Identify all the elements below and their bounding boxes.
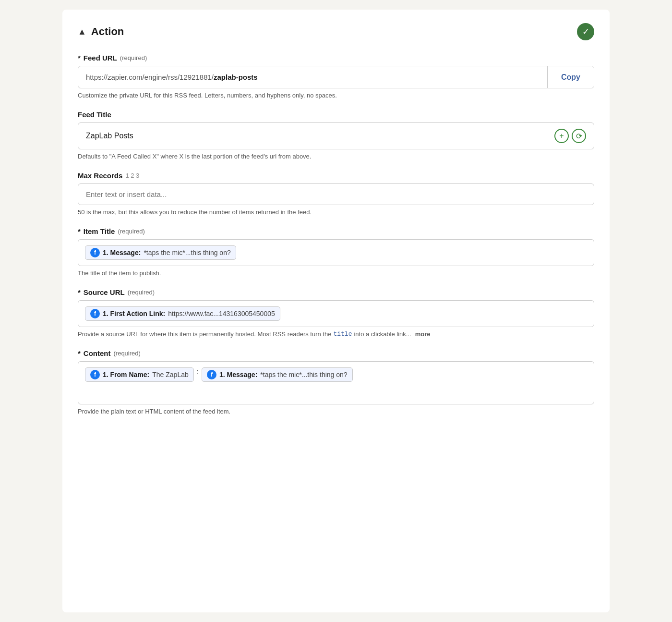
feed-title-label-text: Feed Title — [78, 110, 111, 119]
facebook-icon-3: f — [90, 370, 100, 379]
facebook-icon-2: f — [90, 309, 100, 318]
source-url-label-text: Source URL — [84, 288, 125, 296]
item-title-input[interactable]: f 1. Message: *taps the mic*...this thin… — [78, 239, 594, 266]
url-prefix: https://zapier.com/engine/rss/12921881/ — [86, 73, 214, 81]
feed-url-input-wrapper: https://zapier.com/engine/rss/12921881/z… — [78, 66, 594, 88]
content-hint: Provide the plain text or HTML content o… — [78, 408, 594, 415]
feed-url-label: * Feed URL (required) — [78, 54, 594, 62]
max-records-hint: 50 is the max, but this allows you to re… — [78, 208, 594, 216]
header-left: ▲ Action — [78, 25, 124, 38]
source-url-label: * Source URL (required) — [78, 288, 594, 296]
content-label-text: Content — [84, 349, 111, 357]
feed-url-label-text: Feed URL — [84, 54, 117, 62]
max-records-label: Max Records 1 2 3 — [78, 171, 594, 180]
feed-title-value: ZapLab Posts — [86, 132, 133, 140]
copy-button[interactable]: Copy — [547, 66, 594, 88]
content-chip1-value: The ZapLab — [152, 371, 189, 378]
content-chip2-label: 1. Message: — [219, 371, 257, 378]
chevron-up-icon[interactable]: ▲ — [78, 27, 86, 37]
item-title-label: * Item Title (required) — [78, 227, 594, 235]
source-url-required: (required) — [128, 289, 155, 296]
item-title-chip[interactable]: f 1. Message: *taps the mic*...this thin… — [85, 245, 236, 260]
max-records-input[interactable] — [78, 183, 594, 205]
feed-title-label: Feed Title — [78, 110, 594, 119]
source-url-field: * Source URL (required) f 1. First Actio… — [78, 288, 594, 338]
feed-url-hint: Customize the private URL for this RSS f… — [78, 92, 594, 99]
source-hint-code: title — [333, 330, 352, 338]
item-title-field: * Item Title (required) f 1. Message: *t… — [78, 227, 594, 277]
refresh-icon[interactable]: ⟳ — [572, 129, 586, 143]
feed-url-required: (required) — [120, 54, 147, 61]
required-star: * — [78, 54, 81, 62]
chip-label: 1. Message: — [103, 249, 141, 256]
item-title-required: (required) — [118, 228, 144, 235]
content-chip1-label: 1. From Name: — [103, 371, 149, 378]
feed-title-input[interactable]: ZapLab Posts + ⟳ — [78, 122, 594, 149]
content-chip-2[interactable]: f 1. Message: *taps the mic*...this thin… — [202, 367, 353, 382]
action-panel: ▲ Action ✓ * Feed URL (required) https:/… — [62, 10, 610, 612]
feed-title-field: Feed Title ZapLab Posts + ⟳ Defaults to … — [78, 110, 594, 160]
feed-url-value: https://zapier.com/engine/rss/12921881/z… — [78, 66, 547, 88]
feed-title-icon-buttons: + ⟳ — [554, 129, 586, 143]
content-star: * — [78, 349, 81, 357]
source-chip-value: https://www.fac...143163005450005 — [168, 310, 275, 317]
page-title: Action — [91, 25, 124, 38]
source-url-hint: Provide a source URL for where this item… — [78, 330, 594, 338]
source-url-input[interactable]: f 1. First Action Link: https://www.fac.… — [78, 300, 594, 327]
chip-value: *taps the mic*...this thing on? — [144, 249, 230, 256]
max-records-field: Max Records 1 2 3 50 is the max, but thi… — [78, 171, 594, 216]
source-hint-prefix: Provide a source URL for where this item… — [78, 330, 331, 338]
panel-header: ▲ Action ✓ — [78, 23, 594, 40]
item-title-label-text: Item Title — [84, 227, 115, 235]
more-link[interactable]: more — [415, 330, 431, 338]
content-chip2-value: *taps the mic*...this thing on? — [260, 371, 347, 378]
feed-title-hint: Defaults to "A Feed Called X" where X is… — [78, 153, 594, 160]
feed-url-field: * Feed URL (required) https://zapier.com… — [78, 54, 594, 99]
content-chip-1[interactable]: f 1. From Name: The ZapLab — [85, 367, 194, 382]
max-records-label-text: Max Records — [78, 171, 122, 180]
content-required: (required) — [114, 350, 141, 357]
content-input[interactable]: f 1. From Name: The ZapLab : f 1. Messag… — [78, 361, 594, 404]
facebook-icon-4: f — [207, 370, 216, 379]
source-chip-label: 1. First Action Link: — [103, 310, 165, 317]
source-url-chip[interactable]: f 1. First Action Link: https://www.fac.… — [85, 306, 280, 321]
source-url-star: * — [78, 288, 81, 296]
content-field: * Content (required) f 1. From Name: The… — [78, 349, 594, 415]
insert-data-icon[interactable]: + — [554, 129, 569, 143]
item-title-star: * — [78, 227, 81, 235]
source-hint-suffix: into a clickable link... — [354, 330, 411, 338]
status-check-icon: ✓ — [577, 23, 594, 40]
content-label: * Content (required) — [78, 349, 594, 357]
facebook-icon: f — [90, 248, 100, 257]
url-suffix: zaplab-posts — [214, 73, 258, 81]
item-title-hint: The title of the item to publish. — [78, 269, 594, 277]
content-separator: : — [197, 367, 199, 376]
max-records-badge: 1 2 3 — [125, 172, 139, 179]
